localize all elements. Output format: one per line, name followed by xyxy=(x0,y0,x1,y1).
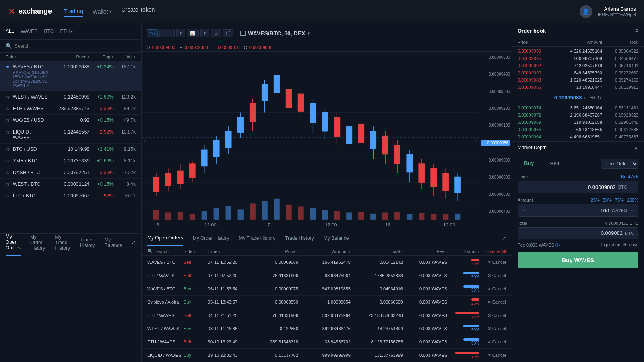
orders-area: My Open Orders My Order History My Trade… xyxy=(142,229,512,362)
order-book-settings-icon[interactable]: ≡ xyxy=(635,27,638,34)
price-increase-button[interactable]: + xyxy=(630,183,634,191)
table-row[interactable]: 0.00009064 4 498.66319851 0.40775883 xyxy=(512,133,644,140)
fee-info-icon[interactable]: ⓘ xyxy=(555,243,560,247)
buy-waves-button[interactable]: Buy WAVES xyxy=(518,252,638,268)
chart-view-button[interactable]: ⊞ xyxy=(211,29,221,37)
list-item[interactable]: ★ WAVES / BTC ABFYQjwDHSct6rNk59k3snoZfA… xyxy=(0,61,141,91)
star-icon[interactable]: ☆ xyxy=(6,193,10,199)
table-row[interactable]: 0.00009069 319.93002058 0.02901445 xyxy=(512,119,644,126)
pct-100-button[interactable]: 100% xyxy=(627,197,638,202)
star-icon[interactable]: ☆ xyxy=(6,94,10,100)
amount-increase-button[interactable]: + xyxy=(630,207,634,214)
pct-25-button[interactable]: 25% xyxy=(591,197,600,202)
star-icon[interactable]: ☆ xyxy=(6,170,10,175)
depth-toggle-icon[interactable]: ▲ xyxy=(634,145,638,150)
list-item[interactable]: ☆ XMR / BTC 0.00735336 +1.69% 8.11k xyxy=(0,155,141,167)
table-row[interactable]: 0.00009072 2 196.68467267 0.19928323 xyxy=(512,111,644,119)
best-ask-button[interactable]: Best Ask xyxy=(621,174,638,179)
list-item[interactable]: ☆ LIQUID / WAVES 0.12448557 -2.92% 10.87… xyxy=(0,126,141,144)
list-item[interactable]: ☆ WAVES / USD 0.92 +0.15% 49.7k xyxy=(0,115,141,126)
order-cancel[interactable]: ✕ Cancel xyxy=(479,300,506,305)
star-icon[interactable]: ☆ xyxy=(6,158,10,164)
star-icon[interactable]: ☆ xyxy=(6,117,10,123)
pair-change: -3.36% xyxy=(89,170,114,175)
tab-my-balance[interactable]: My Balance xyxy=(324,230,349,246)
buy-tab[interactable]: Buy xyxy=(518,158,541,169)
tab-all-trade-history[interactable]: Trade History xyxy=(285,230,314,246)
star-icon[interactable]: ☆ xyxy=(6,129,10,135)
list-item[interactable]: ☆ LTC / BTC 0.00697067 -7.92% 567.1 xyxy=(0,190,141,202)
chart-symbol[interactable]: WAVES/BTC, 60, DEX ▾ xyxy=(237,30,313,37)
expand-orders-icon[interactable]: ⤢ xyxy=(502,235,506,241)
indicator-button[interactable]: 📊 xyxy=(187,29,199,37)
nav-wallet[interactable]: Wallet ▾ xyxy=(93,6,111,17)
compare-button[interactable]: ▾ xyxy=(200,29,209,37)
table-row[interactable]: 0.00009095 500.98707408 0.04556477 xyxy=(512,55,644,62)
order-total: 131.37761999 xyxy=(351,353,403,358)
tab-order-history[interactable]: My Order History xyxy=(30,229,45,256)
table-row[interactable]: 0.00009092 742.02507619 0.06746491 xyxy=(512,62,644,69)
expiration-label: Expiration: 30 days xyxy=(601,242,638,248)
order-total: 0.04964916 xyxy=(351,286,403,291)
tab-balance[interactable]: My Balance xyxy=(105,232,122,253)
order-cancel[interactable]: ✕ Cancel xyxy=(479,326,506,331)
expand-icon[interactable]: ⤢ xyxy=(132,240,136,245)
tab-my-order-history[interactable]: My Order History xyxy=(193,230,229,246)
chart-settings-button[interactable]: ⋮⋮ xyxy=(159,29,175,37)
order-cancel[interactable]: ✕ Cancel xyxy=(479,273,506,278)
order-cancel[interactable]: ✕ Cancel xyxy=(479,339,506,345)
chart-prev-button[interactable]: ‹ xyxy=(142,135,147,146)
timeframe-1h-button[interactable]: 1h xyxy=(147,29,158,37)
list-item[interactable]: ☆ WEST / BTC 0.00001124 +0.15% 3.4k xyxy=(0,179,141,190)
tab-all[interactable]: ALL xyxy=(6,27,14,35)
table-row[interactable]: 0.00009099 4 326.24685164 0.39364521 xyxy=(512,47,644,55)
tab-my-trade-history[interactable]: My Trade History xyxy=(239,230,275,246)
order-type-select[interactable]: Limit Order xyxy=(601,159,638,169)
order-side: Buy xyxy=(184,353,208,358)
table-row[interactable]: 0.00009090 649.34595790 0.09272660 xyxy=(512,69,644,76)
fullscreen-button[interactable]: ⛶ xyxy=(223,29,233,37)
tab-open-orders[interactable]: My Open Orders xyxy=(6,229,21,256)
table-row[interactable]: 0.00009088 1 020.48521025 0.09274169 xyxy=(512,76,644,84)
tab-waves[interactable]: WAVES xyxy=(21,28,37,35)
tab-trade-history-all[interactable]: Trade History xyxy=(80,232,95,253)
nav-trading[interactable]: Trading xyxy=(64,6,83,17)
star-icon[interactable]: ☆ xyxy=(6,146,10,152)
price-input[interactable] xyxy=(529,184,615,190)
list-item[interactable]: ☆ ETH / WAVES 239.92389743 -3.36% 89.7k xyxy=(0,103,141,115)
search-input[interactable] xyxy=(14,43,136,49)
star-icon[interactable]: ☆ xyxy=(6,181,10,187)
star-icon[interactable]: ☆ xyxy=(6,106,10,111)
svg-rect-34 xyxy=(310,103,316,123)
sell-tab[interactable]: Sell xyxy=(544,158,566,169)
total-input[interactable] xyxy=(522,230,623,236)
tab-my-open-orders[interactable]: My Open Orders xyxy=(147,230,183,246)
nav-create-token[interactable]: Create Token xyxy=(121,6,155,17)
chart-next-button[interactable]: › xyxy=(474,135,479,146)
tab-btc[interactable]: BTC xyxy=(44,28,54,35)
table-row[interactable]: 0.00009085 13.19908447 0.00119913 xyxy=(512,84,644,91)
pct-75-button[interactable]: 75% xyxy=(615,197,624,202)
amount-decrease-button[interactable]: − xyxy=(522,207,526,214)
tab-eth[interactable]: ETH ▾ xyxy=(60,28,73,35)
order-cancel[interactable]: ✕ Cancel xyxy=(479,353,506,358)
tab-trade-history[interactable]: My Trade History xyxy=(55,229,70,256)
list-item[interactable]: ☆ DASH / BTC 0.00797251 -3.36% 7.22k xyxy=(0,167,141,179)
price-decrease-button[interactable]: − xyxy=(522,183,526,191)
list-item[interactable]: ☆ BTC / USD 10 149.98 +2.41% 9.15k xyxy=(0,144,141,155)
cancel-all-button[interactable]: Cancel All xyxy=(479,249,506,254)
table-row[interactable]: 0.00009074 3 651.24880164 0.33131431 xyxy=(512,104,644,111)
svg-rect-16 xyxy=(202,150,207,166)
table-row[interactable]: 0.00009065 68.13418865 0.00617636 xyxy=(512,126,644,133)
amount-input[interactable] xyxy=(529,208,609,214)
order-cancel[interactable]: ✕ Cancel xyxy=(479,313,506,318)
pair-price: 0.00797251 xyxy=(49,170,89,175)
pair-name: WEST / WAVES xyxy=(13,94,49,100)
list-item[interactable]: ☆ WEST / WAVES 0.12459998 +1.69% 123.2k xyxy=(0,91,141,103)
order-cancel[interactable]: ✕ Cancel xyxy=(479,286,506,292)
order-cancel[interactable]: ✕ Cancel xyxy=(479,260,506,265)
star-icon[interactable]: ★ xyxy=(6,64,10,70)
orders-search-input[interactable] xyxy=(155,249,179,254)
pct-50-button[interactable]: 50% xyxy=(603,197,612,202)
chart-type-button[interactable]: ▾ xyxy=(176,29,185,37)
